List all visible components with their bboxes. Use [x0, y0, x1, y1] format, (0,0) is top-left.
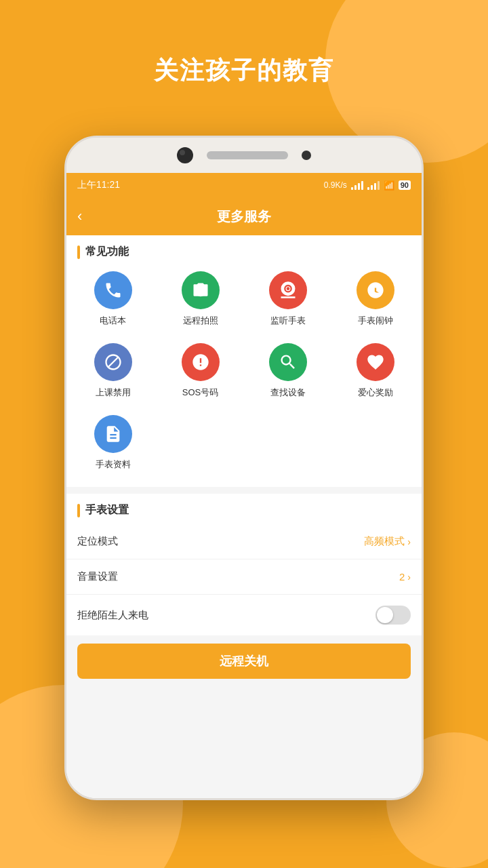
watch-info-icon-circle — [94, 415, 132, 453]
signal-bar-5 — [367, 187, 369, 190]
class-ban-label: 上课禁用 — [96, 387, 131, 399]
section-title-settings: 手表设置 — [85, 503, 129, 517]
reject-strangers-toggle[interactable] — [375, 606, 411, 625]
location-mode-label: 定位模式 — [77, 535, 118, 548]
feature-watch-alarm[interactable]: 手表闹钟 — [334, 266, 416, 332]
feature-monitor-watch[interactable]: 监听手表 — [247, 266, 329, 332]
signal-bar-3 — [358, 183, 360, 190]
love-reward-icon-circle — [357, 343, 394, 381]
section-header-settings: 手表设置 — [66, 494, 422, 524]
sos-label: SOS号码 — [182, 387, 218, 399]
location-mode-value: 高频模式 › — [364, 535, 411, 548]
wifi-icon: 📶 — [384, 180, 394, 191]
app-header: ‹ 更多服务 — [66, 197, 422, 235]
watch-settings-section: 手表设置 定位模式 高频模式 › 音量设置 2 › — [66, 494, 422, 635]
battery-icon: 90 — [399, 180, 411, 190]
settings-item-reject-strangers[interactable]: 拒绝陌生人来电 — [66, 595, 422, 635]
icon-grid: 电话本 远程拍照 监听手表 — [66, 266, 422, 487]
class-ban-icon-circle — [94, 343, 132, 381]
signal-bar-1 — [351, 187, 353, 190]
feature-class-ban[interactable]: 上课禁用 — [72, 338, 154, 404]
love-reward-label: 爱心奖励 — [358, 387, 393, 399]
remote-shutdown-label: 远程关机 — [220, 653, 268, 669]
feature-love-reward[interactable]: 爱心奖励 — [334, 338, 416, 404]
back-button[interactable]: ‹ — [77, 209, 82, 224]
network-speed: 0.9K/s — [324, 180, 347, 190]
phonebook-icon-circle — [94, 271, 132, 309]
signal-bar-2 — [354, 185, 357, 190]
section-title-common: 常见功能 — [85, 245, 129, 259]
section-indicator-2 — [77, 504, 80, 517]
signal-bar-4 — [361, 181, 363, 190]
sensor-dot — [302, 151, 311, 160]
reject-strangers-label: 拒绝陌生人来电 — [77, 609, 148, 622]
chevron-right-icon-location: › — [407, 536, 411, 547]
section-header-common: 常见功能 — [66, 235, 422, 266]
section-indicator — [77, 245, 80, 259]
feature-phonebook[interactable]: 电话本 — [72, 266, 154, 332]
front-camera — [177, 147, 193, 163]
monitor-watch-icon-circle — [269, 271, 307, 309]
watch-alarm-icon-circle — [357, 271, 394, 309]
remote-photo-label: 远程拍照 — [183, 315, 218, 327]
status-right: 0.9K/s 📶 90 — [324, 180, 411, 191]
feature-watch-info[interactable]: 手表资料 — [72, 410, 154, 476]
settings-item-volume[interactable]: 音量设置 2 › — [66, 559, 422, 595]
signal-bar-7 — [374, 183, 376, 190]
status-bar: 上午11:21 0.9K/s 📶 90 — [66, 173, 422, 197]
find-device-icon-circle — [269, 343, 307, 381]
tagline: 关注孩子的教育 — [0, 54, 488, 87]
phonebook-label: 电话本 — [100, 315, 126, 327]
toggle-knob — [377, 607, 393, 623]
chevron-right-icon-volume: › — [407, 572, 411, 583]
remote-photo-icon-circle — [182, 271, 220, 309]
status-time: 上午11:21 — [77, 179, 120, 191]
signal-bar-6 — [371, 185, 373, 190]
watch-alarm-label: 手表闹钟 — [358, 315, 393, 327]
signal-bar-8 — [378, 181, 380, 190]
phone-screen: 上午11:21 0.9K/s 📶 90 — [66, 173, 422, 798]
find-device-label: 查找设备 — [270, 387, 306, 399]
sos-icon-circle — [182, 343, 220, 381]
feature-find-device[interactable]: 查找设备 — [247, 338, 329, 404]
feature-remote-photo[interactable]: 远程拍照 — [159, 266, 241, 332]
speaker-grille — [207, 151, 288, 159]
watch-info-label: 手表资料 — [96, 458, 131, 471]
signal-bars-2 — [367, 181, 380, 190]
phone-mockup: 上午11:21 0.9K/s 📶 90 — [64, 136, 424, 800]
header-title: 更多服务 — [217, 208, 271, 226]
monitor-watch-label: 监听手表 — [270, 315, 306, 327]
volume-label: 音量设置 — [77, 570, 118, 583]
remote-shutdown-button[interactable]: 远程关机 — [77, 644, 411, 679]
common-functions-section: 常见功能 电话本 远程拍照 — [66, 235, 422, 487]
screen-content[interactable]: 常见功能 电话本 远程拍照 — [66, 235, 422, 798]
settings-item-location[interactable]: 定位模式 高频模式 › — [66, 524, 422, 559]
signal-bars — [351, 181, 363, 190]
phone-top-bar — [66, 138, 422, 173]
volume-value: 2 › — [399, 571, 411, 583]
feature-sos[interactable]: SOS号码 — [159, 338, 241, 404]
